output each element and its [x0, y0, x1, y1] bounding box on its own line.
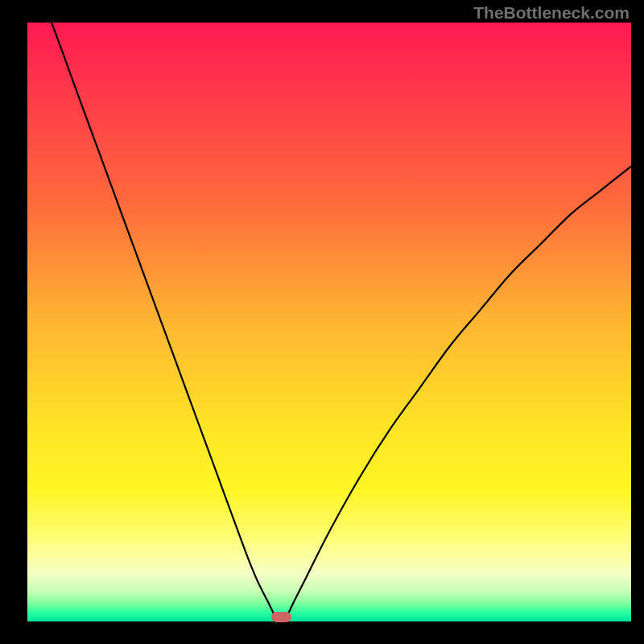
bottleneck-curve	[27, 23, 631, 621]
optimum-marker	[271, 612, 291, 622]
chart-container: TheBottleneck.com	[0, 0, 644, 644]
plot-region	[27, 23, 631, 621]
watermark-text: TheBottleneck.com	[473, 3, 630, 23]
curve-path	[27, 23, 631, 618]
